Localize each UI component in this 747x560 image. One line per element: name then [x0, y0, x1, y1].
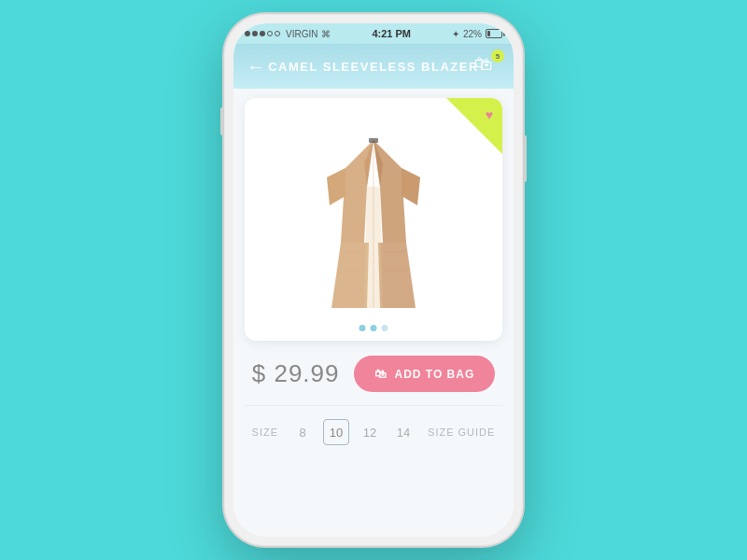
price-row: $ 29.99 🛍 ADD TO BAG	[245, 356, 502, 392]
bluetooth-icon: ✦	[452, 29, 459, 39]
size-option-12[interactable]: 12	[357, 419, 383, 445]
app-header: ← CAMEL SLEEVELESS BLAZER 🛍 5	[233, 44, 514, 89]
size-option-8[interactable]: 8	[289, 419, 316, 445]
signal-dot-5	[275, 31, 280, 36]
dot-1	[359, 325, 366, 331]
back-arrow-icon: ←	[247, 56, 265, 77]
size-label: SIZE	[252, 427, 278, 438]
bag-button-icon: 🛍	[374, 367, 388, 381]
size-options: 8 10 12 14	[289, 419, 416, 445]
favorite-heart-icon[interactable]: ♥	[486, 107, 493, 122]
status-left: VIRGIN ⌘	[245, 29, 331, 39]
product-image	[308, 117, 439, 322]
cart-bag-icon: 🛍	[474, 53, 493, 74]
product-image-card: ♥	[245, 98, 502, 341]
signal-dot-3	[260, 31, 265, 36]
size-row: SIZE 8 10 12 14 SIZE GUIDE	[245, 419, 502, 445]
favorite-corner	[446, 98, 502, 154]
wifi-icon: ⌘	[321, 29, 331, 39]
svg-rect-0	[369, 138, 378, 143]
signal-dots	[245, 31, 280, 36]
divider	[245, 405, 502, 406]
phone-screen: VIRGIN ⌘ 4:21 PM ✦ 22% ← CAMEL SLEEVELES…	[233, 23, 514, 537]
image-dots	[359, 325, 388, 331]
signal-dot-2	[252, 31, 258, 36]
signal-dot-4	[267, 31, 273, 36]
size-option-10[interactable]: 10	[323, 419, 349, 445]
blazer-svg	[313, 121, 434, 317]
status-bar: VIRGIN ⌘ 4:21 PM ✦ 22%	[233, 23, 514, 44]
product-title: CAMEL SLEEVELESS BLAZER	[268, 60, 479, 74]
size-option-14[interactable]: 14	[390, 419, 416, 445]
signal-dot-1	[245, 31, 250, 36]
status-right: ✦ 22%	[452, 29, 502, 39]
clock: 4:21 PM	[372, 28, 411, 39]
battery-fill	[487, 31, 490, 36]
cart-badge: 5	[491, 49, 504, 63]
battery-percent: 22%	[463, 29, 482, 39]
dot-3	[382, 325, 388, 331]
carrier-label: VIRGIN	[286, 29, 317, 39]
add-to-bag-button[interactable]: 🛍 ADD TO BAG	[354, 356, 495, 392]
add-to-bag-label: ADD TO BAG	[394, 368, 474, 381]
main-content: ♥	[233, 89, 514, 537]
cart-icon-wrap: 🛍 5	[474, 53, 500, 79]
cart-button[interactable]: 🛍 5	[474, 53, 500, 79]
size-guide-label[interactable]: SIZE GUIDE	[428, 427, 495, 438]
product-price: $ 29.99	[252, 359, 340, 388]
back-button[interactable]: ←	[247, 56, 265, 77]
battery-icon	[486, 29, 502, 38]
phone-frame: VIRGIN ⌘ 4:21 PM ✦ 22% ← CAMEL SLEEVELES…	[224, 14, 523, 546]
dot-2	[371, 325, 377, 331]
